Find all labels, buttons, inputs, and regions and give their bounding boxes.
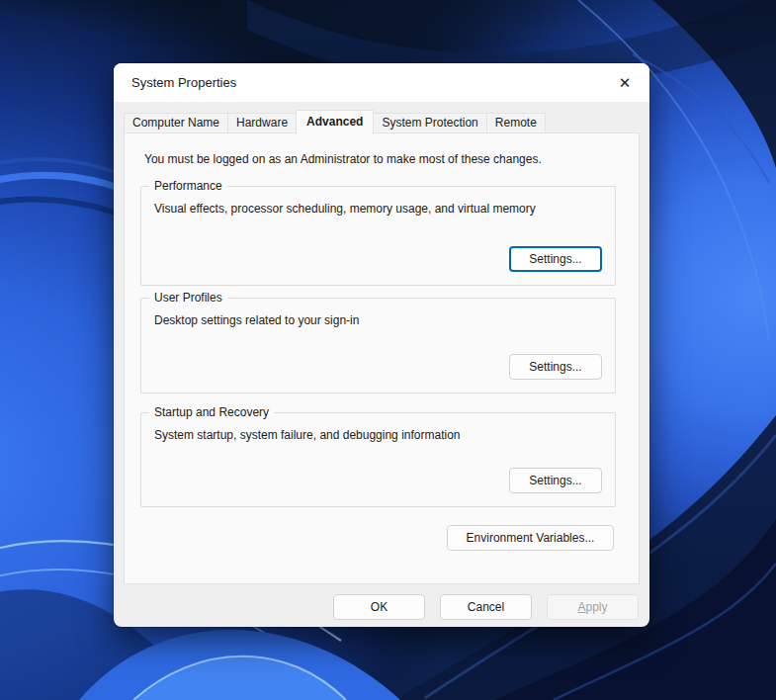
user-profiles-description: Desktop settings related to your sign-in [154,313,359,327]
environment-variables-button[interactable]: Environment Variables... [447,525,614,551]
close-icon[interactable]: ✕ [606,66,644,99]
tab-strip: Computer Name Hardware Advanced System P… [124,110,545,133]
ok-button[interactable]: OK [333,594,425,620]
tab-remote[interactable]: Remote [486,113,546,133]
admin-notice-text: You must be logged on as an Administrato… [144,152,542,166]
window-title: System Properties [114,75,236,90]
apply-button[interactable]: Apply [547,594,639,620]
tab-advanced[interactable]: Advanced [296,110,374,134]
user-profiles-group: User Profiles Desktop settings related t… [140,298,616,394]
tab-computer-name[interactable]: Computer Name [124,113,228,133]
performance-group-title: Performance [149,179,227,193]
performance-group: Performance Visual effects, processor sc… [140,186,616,286]
performance-description: Visual effects, processor scheduling, me… [154,202,536,216]
startup-recovery-description: System startup, system failure, and debu… [154,428,461,442]
startup-recovery-group-title: Startup and Recovery [149,405,274,419]
startup-recovery-group: Startup and Recovery System startup, sys… [140,412,616,507]
performance-settings-button[interactable]: Settings... [509,246,602,272]
tab-hardware[interactable]: Hardware [227,113,297,133]
tab-system-protection[interactable]: System Protection [373,113,486,133]
title-bar: System Properties ✕ [114,63,649,102]
advanced-tab-page: You must be logged on as an Administrato… [124,132,640,584]
cancel-button[interactable]: Cancel [440,594,532,620]
startup-recovery-settings-button[interactable]: Settings... [509,468,602,493]
system-properties-dialog: System Properties ✕ Computer Name Hardwa… [114,63,649,627]
user-profiles-group-title: User Profiles [149,291,227,305]
user-profiles-settings-button[interactable]: Settings... [509,354,602,380]
